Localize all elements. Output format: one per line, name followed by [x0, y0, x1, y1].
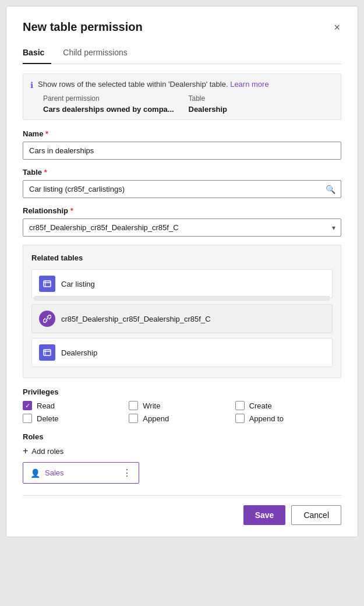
table-header: Table: [189, 94, 334, 103]
privilege-write: Write: [129, 401, 235, 410]
save-button[interactable]: Save: [243, 505, 286, 525]
table-icon-car-listing: [39, 276, 55, 292]
table-icon-dealership: [39, 344, 55, 361]
append-label: Append: [143, 414, 169, 423]
table-select[interactable]: Car listing (cr85f_carlistings): [23, 180, 341, 198]
table-value: Dealership: [189, 105, 334, 114]
relationship-field-group: Relationship * cr85f_Dealership_cr85f_De…: [23, 206, 341, 237]
new-table-permission-dialog: New table permission × Basic Child permi…: [6, 6, 358, 537]
learn-more-link[interactable]: Learn more: [230, 80, 268, 89]
tab-bar: Basic Child permissions: [23, 43, 341, 64]
privileges-section: Privileges Read Write Create Delete Appe…: [23, 387, 341, 423]
table-required: *: [44, 168, 47, 177]
name-field-group: Name *: [23, 129, 341, 160]
delete-label: Delete: [37, 414, 59, 423]
svg-rect-3: [44, 350, 51, 355]
related-item-dealership: Dealership: [31, 338, 333, 367]
person-icon: 👤: [30, 468, 40, 478]
dialog-footer: Save Cancel: [23, 505, 341, 525]
dealership-label: Dealership: [61, 348, 97, 357]
dialog-header: New table permission ×: [23, 20, 341, 34]
info-icon: ℹ: [30, 80, 33, 90]
append-checkbox[interactable]: [129, 414, 138, 423]
related-item-car-listing: Car listing: [31, 269, 333, 298]
related-tables-box: Related tables Car listing cr85f_Dealers…: [23, 245, 341, 378]
add-roles-button[interactable]: + Add roles: [23, 446, 63, 456]
read-checkbox[interactable]: [23, 401, 32, 410]
car-listing-label: Car listing: [61, 280, 95, 288]
relationship-required: *: [70, 206, 73, 215]
link-icon: [39, 311, 55, 327]
plus-icon: +: [23, 446, 28, 456]
info-text: Show rows of the selected table within '…: [38, 80, 269, 89]
footer-divider: [23, 495, 341, 496]
link-label: cr85f_Dealership_cr85f_Dealership_cr85f_…: [61, 315, 211, 323]
name-label: Name *: [23, 129, 341, 138]
roles-section: Roles + Add roles 👤 Sales ⋮: [23, 432, 341, 484]
append-to-checkbox[interactable]: [235, 414, 245, 423]
related-tables-title: Related tables: [31, 253, 333, 262]
role-menu-icon[interactable]: ⋮: [122, 467, 132, 478]
table-label: Table *: [23, 168, 341, 177]
relationship-label: Relationship *: [23, 206, 341, 215]
create-checkbox[interactable]: [235, 401, 245, 410]
close-button[interactable]: ×: [333, 21, 341, 34]
append-to-label: Append to: [249, 414, 284, 423]
name-required: *: [45, 129, 48, 138]
info-table: Parent permission Table Cars dealerships…: [43, 94, 334, 114]
parent-permission-header: Parent permission: [43, 94, 189, 103]
table-field-group: Table * Car listing (cr85f_carlistings) …: [23, 168, 341, 198]
roles-title: Roles: [23, 432, 341, 441]
privilege-delete: Delete: [23, 414, 129, 423]
privileges-title: Privileges: [23, 387, 341, 396]
privilege-append-to: Append to: [235, 414, 341, 423]
write-checkbox[interactable]: [129, 401, 138, 410]
create-label: Create: [249, 401, 272, 410]
relationship-select-wrapper: cr85f_Dealership_cr85f_Dealership_cr85f_…: [23, 219, 341, 237]
privilege-create: Create: [235, 401, 341, 410]
write-label: Write: [143, 401, 160, 410]
permission-value: Cars dealerships owned by compa...: [43, 105, 189, 114]
privileges-grid: Read Write Create Delete Append Append t…: [23, 401, 341, 423]
svg-rect-0: [44, 281, 51, 287]
privilege-read: Read: [23, 401, 129, 410]
delete-checkbox[interactable]: [23, 414, 32, 423]
related-item-link: cr85f_Dealership_cr85f_Dealership_cr85f_…: [31, 304, 333, 333]
tab-child-permissions[interactable]: Child permissions: [63, 43, 134, 64]
role-name: Sales: [45, 468, 64, 477]
info-row: ℹ Show rows of the selected table within…: [30, 80, 334, 90]
search-icon: 🔍: [326, 185, 335, 194]
role-tag-content: 👤 Sales: [30, 468, 64, 478]
role-tag-sales: 👤 Sales ⋮: [23, 462, 139, 484]
info-box: ℹ Show rows of the selected table within…: [23, 73, 341, 120]
cancel-button[interactable]: Cancel: [291, 505, 341, 525]
read-label: Read: [37, 401, 55, 410]
relationship-select[interactable]: cr85f_Dealership_cr85f_Dealership_cr85f_…: [23, 219, 341, 237]
name-input[interactable]: [23, 142, 341, 160]
tab-basic[interactable]: Basic: [23, 43, 51, 64]
dialog-title: New table permission: [23, 20, 143, 34]
table-select-wrapper: Car listing (cr85f_carlistings) 🔍: [23, 180, 341, 198]
privilege-append: Append: [129, 414, 235, 423]
